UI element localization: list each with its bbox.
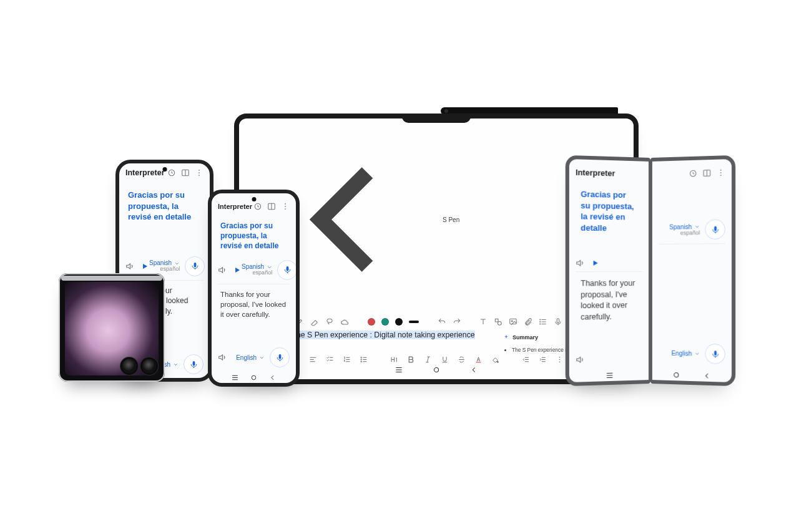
split-view-icon[interactable] [702, 168, 711, 178]
tablet-notch [402, 117, 471, 123]
undo-icon[interactable] [438, 317, 446, 326]
eraser-icon[interactable] [310, 317, 319, 326]
color-swatch-teal[interactable] [381, 318, 389, 326]
color-swatch-black[interactable] [395, 318, 403, 326]
speaker-icon[interactable] [125, 262, 134, 271]
svg-marker-79 [219, 267, 223, 272]
svg-point-54 [559, 359, 561, 360]
play-icon[interactable] [591, 259, 600, 268]
indent-increase-icon[interactable] [539, 355, 547, 364]
fold-device: Interpreter Gracias por su propuesta, la… [566, 158, 735, 384]
back-nav-icon[interactable] [703, 371, 712, 380]
svg-rect-68 [194, 263, 196, 268]
attach-icon[interactable] [524, 317, 532, 326]
redo-icon[interactable] [453, 317, 461, 326]
chevron-down-icon [173, 362, 179, 367]
source-text: Gracias por su propuesta, la revisé en d… [212, 215, 296, 256]
speaker-icon[interactable] [576, 259, 584, 268]
speaker-icon[interactable] [576, 355, 584, 364]
lang-target[interactable]: English [672, 349, 700, 357]
speaker-icon[interactable] [218, 266, 227, 274]
svg-point-53 [559, 357, 561, 358]
more-vertical-icon[interactable] [281, 202, 290, 211]
shape-icon[interactable] [494, 317, 502, 326]
svg-rect-104 [714, 351, 717, 355]
split-view-icon[interactable] [267, 202, 276, 211]
svg-point-59 [434, 368, 439, 372]
svg-point-13 [498, 321, 501, 325]
target-text: Thanks for your proposal, I've looked it… [212, 284, 296, 328]
back-nav-icon[interactable] [268, 374, 277, 382]
front-camera [252, 197, 256, 201]
home-icon[interactable] [432, 365, 441, 374]
camera-lens [142, 359, 156, 373]
camera-lens [122, 359, 136, 373]
app-title: Interpreter [125, 168, 165, 177]
voice-icon[interactable] [554, 317, 562, 326]
mic-button[interactable] [185, 256, 205, 276]
flip-device-cover [59, 273, 165, 382]
svg-point-64 [199, 172, 200, 173]
mic-button[interactable] [705, 219, 725, 239]
svg-marker-67 [143, 264, 147, 269]
numbered-list-icon[interactable] [343, 355, 351, 364]
mic-button[interactable] [270, 347, 290, 367]
bullet-list-icon[interactable] [360, 355, 368, 364]
back-nav-icon[interactable] [469, 365, 478, 374]
svg-rect-81 [286, 266, 288, 271]
history-icon[interactable] [167, 168, 176, 177]
android-nav [652, 366, 732, 382]
mic-button[interactable] [277, 260, 297, 280]
more-vertical-icon[interactable] [717, 168, 725, 178]
strike-icon[interactable] [458, 355, 466, 364]
svg-point-38 [361, 361, 362, 362]
align-left-icon[interactable] [309, 355, 317, 364]
cloud-icon[interactable] [340, 317, 349, 326]
svg-point-15 [511, 321, 512, 322]
more-vertical-icon[interactable] [195, 168, 203, 177]
stroke-width-toggle[interactable] [409, 321, 419, 323]
home-icon[interactable] [672, 370, 680, 380]
mic-button[interactable] [184, 354, 203, 374]
android-nav [212, 371, 296, 383]
play-icon[interactable] [233, 266, 242, 274]
svg-point-99 [720, 170, 722, 171]
svg-rect-71 [192, 360, 195, 365]
textcolor-icon[interactable] [474, 355, 483, 364]
speaker-icon[interactable] [218, 353, 227, 362]
home-icon[interactable] [250, 374, 258, 382]
color-swatch-red[interactable] [368, 318, 375, 326]
sparkle-icon [503, 334, 509, 341]
list-icon[interactable] [539, 317, 547, 326]
svg-point-19 [540, 319, 541, 320]
more-vertical-icon[interactable] [556, 355, 564, 364]
svg-point-101 [720, 175, 722, 176]
bold-icon[interactable] [407, 355, 415, 364]
h1-icon[interactable] [390, 355, 398, 364]
bgcolor-icon[interactable] [491, 355, 499, 364]
svg-point-65 [199, 175, 200, 176]
recent-icon[interactable] [605, 371, 614, 380]
lang-target[interactable]: English [236, 354, 265, 361]
recent-icon[interactable] [395, 365, 403, 374]
checklist-icon[interactable] [326, 355, 334, 364]
lasso-icon[interactable] [325, 317, 334, 326]
split-view-icon[interactable] [181, 168, 190, 177]
underline-icon[interactable] [441, 355, 449, 364]
italic-icon[interactable] [424, 355, 432, 364]
text-icon[interactable] [479, 317, 488, 326]
svg-point-55 [559, 361, 561, 362]
svg-rect-102 [714, 226, 717, 231]
history-icon[interactable] [253, 202, 262, 211]
svg-rect-22 [557, 319, 559, 323]
svg-marker-83 [219, 355, 223, 360]
play-icon[interactable] [140, 262, 149, 271]
lang-sublabel: español [242, 270, 272, 276]
history-icon[interactable] [689, 169, 697, 178]
recent-icon[interactable] [231, 374, 239, 382]
indent-decrease-icon[interactable] [522, 355, 530, 364]
mic-button[interactable] [705, 344, 725, 364]
svg-point-78 [285, 208, 286, 210]
image-icon[interactable] [509, 317, 517, 326]
android-nav [569, 366, 649, 382]
